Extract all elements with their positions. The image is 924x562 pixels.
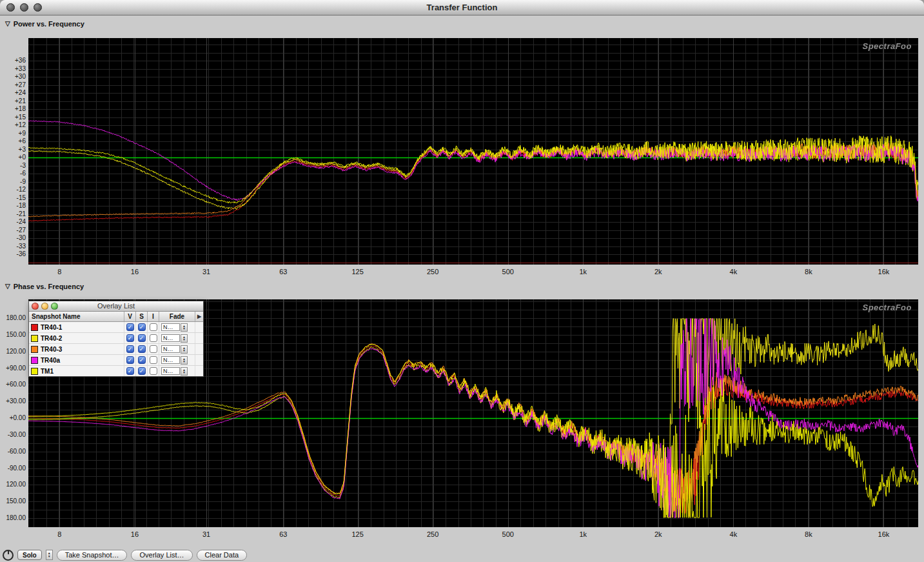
overlay-row-tr40-1[interactable]: TR40-1✓✓N…▲▼ (29, 322, 203, 333)
v-checkbox[interactable]: ✓ (126, 323, 134, 331)
fade-stepper[interactable]: ▲▼ (181, 367, 188, 376)
x-axis-label: 63 (279, 530, 287, 538)
x-axis-label: 16k (878, 268, 890, 276)
x-axis-label: 500 (502, 530, 514, 538)
x-axis-label: 31 (202, 268, 210, 276)
toolbar: Solo ▲ ▼ Take Snapshot… Overlay List… Cl… (0, 548, 924, 562)
s-checkbox[interactable]: ✓ (138, 356, 146, 364)
y-axis-label: -12 (17, 186, 26, 193)
snapshot-name: TR40-2 (41, 335, 62, 342)
phase-x-axis: 81631631252505001k2k4k8k16k (28, 529, 918, 539)
snapshot-color-swatch[interactable] (31, 324, 38, 331)
y-axis-label: +15 (15, 114, 26, 121)
disclosure-open-icon[interactable]: ▽ (5, 21, 10, 27)
v-checkbox[interactable]: ✓ (126, 367, 134, 375)
snapshot-color-swatch[interactable] (31, 357, 38, 364)
monitor-dial-icon[interactable] (3, 550, 14, 561)
power-chart-canvas[interactable] (28, 38, 918, 265)
fade-stepper[interactable]: ▲▼ (181, 345, 188, 354)
overlay-list-button[interactable]: Overlay List… (131, 550, 192, 561)
x-axis-label: 8 (57, 530, 61, 538)
fade-stepper[interactable]: ▲▼ (181, 323, 188, 332)
x-axis-label: 4k (730, 268, 738, 276)
s-checkbox[interactable]: ✓ (138, 334, 146, 342)
y-axis-label: -60.00 (8, 448, 26, 455)
y-axis-label: +3 (19, 146, 26, 153)
stepper-down-icon[interactable]: ▼ (48, 555, 51, 558)
y-axis-label: -6 (20, 170, 26, 177)
snapshot-color-swatch[interactable] (31, 335, 38, 342)
s-checkbox[interactable]: ✓ (138, 345, 146, 353)
fade-select[interactable]: N… (161, 323, 180, 331)
y-axis-label: +30 (15, 73, 26, 80)
x-axis-label: 63 (279, 268, 287, 276)
x-axis-label: 125 (351, 268, 363, 276)
overlay-list-window-controls (32, 303, 58, 310)
power-x-axis: 81631631252505001k2k4k8k16k (28, 266, 918, 277)
column-header-snapshot-name[interactable]: Snapshot Name (29, 312, 124, 321)
i-checkbox[interactable] (150, 356, 157, 364)
fade-stepper[interactable]: ▲▼ (181, 356, 188, 365)
window-title: Transfer Function (0, 0, 924, 15)
x-axis-label: 250 (427, 268, 438, 276)
clear-data-button[interactable]: Clear Data (197, 550, 248, 561)
snapshot-color-swatch[interactable] (31, 346, 38, 353)
fade-stepper[interactable]: ▲▼ (181, 334, 188, 343)
column-header-v[interactable]: V (124, 312, 136, 321)
y-axis-label: +0 (19, 154, 26, 161)
scroll-right-icon[interactable]: ▶ (197, 314, 201, 319)
y-axis-label: -21 (17, 210, 26, 217)
x-axis-label: 250 (427, 530, 438, 538)
y-axis-label: +60.00 (6, 381, 26, 388)
v-checkbox[interactable]: ✓ (126, 356, 134, 364)
y-axis-label: -30 (17, 234, 26, 241)
phase-section-header: ▽ Phase vs. Frequency (5, 283, 84, 290)
minimize-button[interactable] (41, 303, 48, 310)
solo-channel-stepper[interactable]: ▲ ▼ (46, 550, 53, 560)
zoom-button[interactable] (51, 303, 58, 310)
overlay-row-tr40-3[interactable]: TR40-3✓✓N…▲▼ (29, 344, 203, 355)
y-axis-label: +12 (15, 121, 26, 128)
y-axis-label: +36 (15, 57, 26, 64)
x-axis-label: 16k (878, 530, 890, 538)
x-axis-label: 16 (131, 530, 139, 538)
column-header-i[interactable]: I (148, 312, 159, 321)
fade-select[interactable]: N… (161, 356, 180, 364)
i-checkbox[interactable] (150, 367, 157, 375)
column-header-fade[interactable]: Fade (159, 312, 195, 321)
y-axis-label: +24 (15, 89, 26, 96)
x-axis-label: 1k (579, 530, 587, 538)
overlay-row-tm1[interactable]: TM1✓✓N…▲▼ (29, 366, 203, 376)
v-checkbox[interactable]: ✓ (126, 334, 134, 342)
y-axis-label: +18 (15, 105, 26, 112)
overlay-list-titlebar[interactable]: Overlay List (29, 301, 203, 312)
close-button[interactable] (32, 303, 39, 310)
y-axis-label: +30.00 (6, 397, 26, 405)
i-checkbox[interactable] (150, 323, 157, 331)
s-checkbox[interactable]: ✓ (138, 323, 146, 331)
overlay-list-palette[interactable]: Overlay List Snapshot Name V S I Fade ▶ … (28, 301, 204, 377)
y-axis-label: +27 (15, 81, 26, 88)
snapshot-color-swatch[interactable] (31, 368, 38, 375)
column-header-s[interactable]: S (136, 312, 148, 321)
disclosure-open-icon[interactable]: ▽ (5, 283, 10, 290)
i-checkbox[interactable] (150, 334, 157, 342)
x-axis-label: 8k (805, 268, 812, 276)
fade-select[interactable]: N… (161, 334, 180, 342)
overlay-row-tr40a[interactable]: TR40a✓✓N…▲▼ (29, 355, 203, 366)
fade-select[interactable]: N… (161, 345, 180, 353)
v-checkbox[interactable]: ✓ (126, 345, 134, 353)
x-axis-label: 2k (654, 530, 662, 538)
y-axis-label: +6 (19, 137, 26, 145)
fade-select[interactable]: N… (161, 367, 180, 375)
i-checkbox[interactable] (150, 345, 157, 353)
y-axis-label: 120.00 (6, 348, 26, 355)
y-axis-label: 180.00 (6, 314, 26, 321)
solo-button[interactable]: Solo (17, 550, 42, 560)
window-titlebar[interactable]: Transfer Function (0, 0, 924, 15)
overlay-list-rows: TR40-1✓✓N…▲▼TR40-2✓✓N…▲▼TR40-3✓✓N…▲▼TR40… (29, 322, 203, 376)
y-axis-label: 120.00 (6, 481, 26, 488)
s-checkbox[interactable]: ✓ (138, 367, 146, 375)
overlay-row-tr40-2[interactable]: TR40-2✓✓N…▲▼ (29, 333, 203, 344)
take-snapshot-button[interactable]: Take Snapshot… (57, 550, 128, 561)
